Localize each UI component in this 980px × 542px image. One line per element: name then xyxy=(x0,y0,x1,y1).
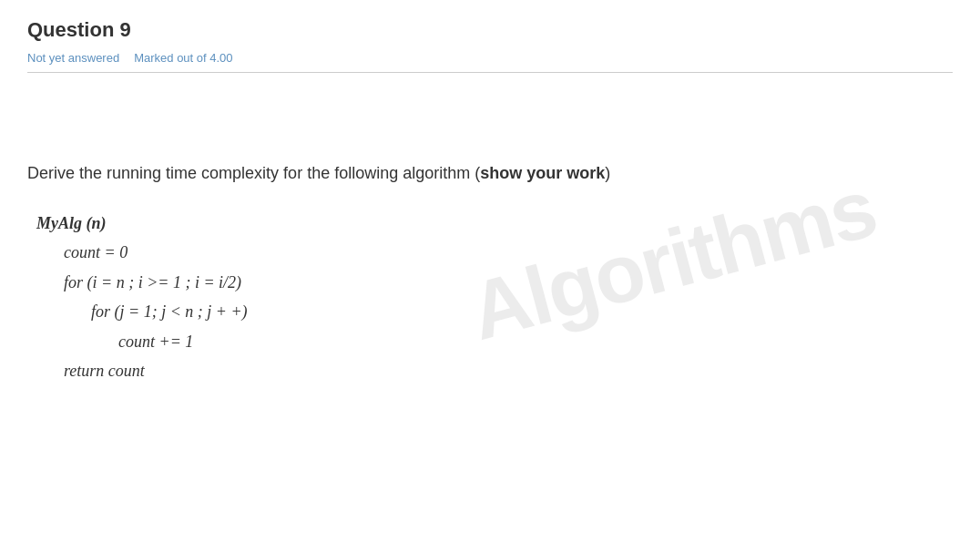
algo-line-1: count = 0 xyxy=(64,238,953,267)
not-yet-answered-label: Not yet answered xyxy=(27,51,119,65)
algorithm-block: MyAlg (n) count = 0 for (i = n ; i >= 1 … xyxy=(36,209,953,385)
derive-text-suffix: ) xyxy=(605,164,610,182)
algo-line-5: return count xyxy=(64,356,953,385)
meta-row: Not yet answered Marked out of 4.00 xyxy=(27,51,953,65)
algo-name: MyAlg (n) xyxy=(36,214,107,232)
question-body: Algorithms Derive the running time compl… xyxy=(27,164,953,385)
derive-instruction: Derive the running time complexity for t… xyxy=(27,164,953,183)
algo-signature: MyAlg (n) xyxy=(36,209,953,238)
derive-text-prefix: Derive the running time complexity for t… xyxy=(27,164,480,182)
question-container: Question 9 Not yet answered Marked out o… xyxy=(27,18,953,385)
section-divider xyxy=(27,72,953,73)
derive-text-bold: show your work xyxy=(480,164,605,182)
marked-out-label: Marked out of 4.00 xyxy=(134,51,232,65)
algo-line-3: for (j = 1; j < n ; j + +) xyxy=(91,297,953,326)
question-title: Question 9 xyxy=(27,18,953,42)
algo-line-2: for (i = n ; i >= 1 ; i = i/2) xyxy=(64,268,953,297)
algo-line-4: count += 1 xyxy=(118,327,953,356)
